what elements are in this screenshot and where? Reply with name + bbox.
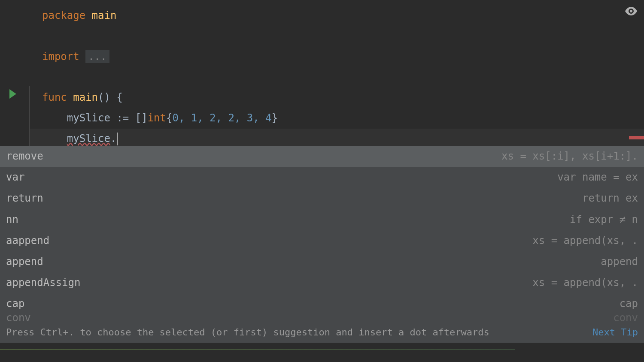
run-icon[interactable] [9,89,16,99]
footer-hint-text: Press Ctrl+. to choose the selected (or … [6,327,489,338]
completion-item-appendassign[interactable]: appendAssign xs = append(xs, . [0,272,644,293]
completion-item-aappend[interactable]: aappend xs = append(xs, . [0,230,644,251]
completion-hint: xs = append(xs, . [532,276,638,290]
slice-values: 0, 1, 2, 2, 3, 4 [172,112,271,124]
completion-item-append[interactable]: append append [0,251,644,272]
completion-item-return[interactable]: return return ex [0,188,644,209]
code-line: func main() { [42,87,632,108]
editor-area: package main import ... func main() { my… [0,0,644,146]
import-fold[interactable]: ... [85,50,109,63]
code-line-empty [42,67,632,87]
completion-label: appendAssign [6,276,80,290]
completion-label: append [6,255,43,268]
completion-item-cap[interactable]: cap cap [0,293,644,314]
keyword-import: import [42,51,79,63]
editor-gutter [0,0,30,146]
func-parens: () { [98,91,123,103]
completion-hint: conv [613,315,638,322]
var-name: mySlice [67,112,110,124]
completion-label: conv [6,315,31,322]
completion-popup: remove xs = xs[:i], xs[i+1:]. var var na… [0,146,644,343]
completion-item-var[interactable]: var var name = ex [0,167,644,188]
completion-hint: var name = ex [557,171,638,184]
completion-hint: xs = append(xs, . [532,234,638,247]
keyword-package: package [42,9,85,21]
fold-indicator-line [29,86,30,146]
completion-hint: return ex [582,192,638,205]
code-content[interactable]: package main import ... func main() { my… [30,0,644,146]
completion-hint: if expr ≠ n [570,213,638,226]
completion-label: return [6,192,43,205]
completion-item-remove[interactable]: remove xs = xs[:i], xs[i+1:]. [0,146,644,167]
completion-label: remove [6,150,43,163]
completion-label: var [6,171,24,184]
code-line: package main [42,6,632,26]
text-cursor [117,133,118,145]
completion-item-nn[interactable]: nn if expr ≠ n [0,209,644,230]
completion-hint: xs = xs[:i], xs[i+1:]. [501,150,638,163]
completion-item-conv[interactable]: conv conv [0,315,644,322]
completion-hint: append [601,255,638,268]
error-stripe-marker[interactable] [629,136,644,139]
completion-label: cap [6,297,24,311]
completion-footer: Press Ctrl+. to choose the selected (or … [0,322,644,343]
code-line: import ... [42,47,632,67]
package-name: main [92,9,117,21]
completion-label: aappend [6,234,49,247]
completion-label: nn [6,213,18,226]
keyword-func: func [42,91,67,103]
var-reference: mySlice [67,133,110,145]
type-int: int [148,112,166,124]
bottom-progress-indicator [0,349,515,350]
next-tip-link[interactable]: Next Tip [592,327,638,338]
code-line-empty [42,26,632,47]
completion-hint: cap [620,297,638,311]
inspections-icon[interactable] [625,6,637,15]
code-line: mySlice := []int{0, 1, 2, 2, 3, 4} [42,108,632,129]
func-name: main [73,91,98,103]
